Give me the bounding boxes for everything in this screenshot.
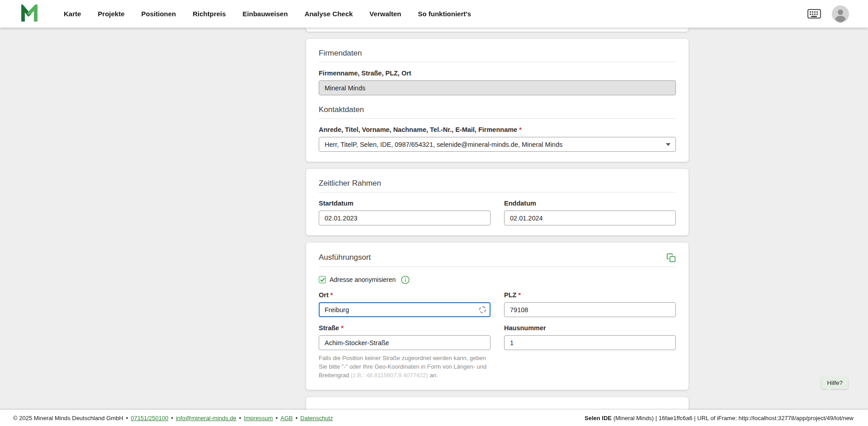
divider: [319, 118, 676, 119]
top-navbar: Karte Projekte Positionen Richtpreis Ein…: [0, 0, 868, 28]
address-hint-example: (z.B.: 48.8115607,9.4077422): [351, 372, 428, 379]
card-partial-top: [306, 28, 689, 32]
kontaktdaten-title: Kontaktdaten: [319, 105, 676, 114]
zeitlicher-rahmen-title: Zeitlicher Rahmen: [319, 179, 676, 188]
hausnummer-field: Hausnummer: [504, 317, 676, 350]
firmendaten-card: Firmendaten Firmenname, Straße, PLZ, Ort…: [306, 39, 689, 162]
address-hint-suffix: an.: [428, 372, 438, 379]
kontakt-select-value: Herr, TitelP, Selen, IDE, 0987/654321, s…: [325, 141, 562, 148]
kontakt-label: Anrede, Titel, Vorname, Nachname, Tel.-N…: [319, 126, 676, 134]
plz-input[interactable]: [504, 302, 676, 317]
checkmark-icon: [320, 278, 325, 282]
enddatum-input[interactable]: [504, 211, 676, 225]
ort-field: Ort*: [319, 284, 491, 317]
footer-separator: •: [276, 415, 278, 421]
main-nav: Karte Projekte Positionen Richtpreis Ein…: [64, 10, 471, 18]
nav-item-projekte[interactable]: Projekte: [98, 10, 124, 18]
anonymisieren-row: Adresse anonymisieren: [319, 275, 676, 284]
footer-env-info: Selen IDE (Mineral Minds) | 16fae1ffc6a6…: [585, 415, 854, 421]
plz-label-text: PLZ: [504, 291, 516, 299]
plz-field: PLZ*: [504, 284, 676, 317]
navbar-right: [807, 5, 849, 23]
required-asterisk: *: [519, 126, 522, 133]
nav-item-einbauweisen[interactable]: Einbauweisen: [243, 10, 288, 18]
ort-input[interactable]: [319, 302, 491, 317]
divider: [319, 62, 676, 62]
ort-label-text: Ort: [319, 291, 329, 299]
strasse-input[interactable]: [319, 335, 491, 350]
keyboard-icon[interactable]: [807, 9, 821, 19]
anonymisieren-label: Adresse anonymisieren: [330, 276, 396, 283]
anonymisieren-checkbox[interactable]: [319, 276, 326, 283]
enddatum-label: Enddatum: [504, 199, 676, 207]
mineral-minds-logo-icon[interactable]: [20, 5, 39, 23]
footer-left: © 2025 Mineral Minds Deutschland GmbH • …: [13, 415, 333, 421]
strasse-label-text: Straße: [319, 324, 339, 332]
nav-item-richtpreis[interactable]: Richtpreis: [193, 10, 226, 18]
footer-link-datenschutz[interactable]: Datenschutz: [300, 415, 333, 421]
footer-separator: •: [171, 415, 173, 421]
kontakt-label-text: Anrede, Titel, Vorname, Nachname, Tel.-N…: [319, 126, 517, 133]
footer-link-email[interactable]: info@mineral-minds.de: [176, 415, 236, 421]
hausnummer-label: Hausnummer: [504, 324, 676, 332]
zeitlicher-rahmen-card: Zeitlicher Rahmen Startdatum Enddatum: [306, 169, 689, 235]
nav-item-verwalten[interactable]: Verwalten: [369, 10, 401, 18]
footer-separator: •: [126, 415, 128, 421]
copy-icon[interactable]: [666, 253, 676, 262]
nav-item-analyse-check[interactable]: Analyse Check: [305, 10, 353, 18]
ausfuehrungsort-card: Ausführungsort Adresse anonymisieren: [306, 243, 689, 390]
strasse-field: Straße*: [319, 317, 491, 350]
footer-link-phone[interactable]: 07151/250100: [131, 415, 168, 421]
hausnummer-input[interactable]: [504, 335, 676, 350]
plz-label: PLZ*: [504, 291, 676, 299]
user-avatar-icon[interactable]: [832, 5, 849, 23]
main-content: Firmendaten Firmenname, Straße, PLZ, Ort…: [306, 28, 689, 424]
help-button[interactable]: Hilfe?: [821, 377, 848, 389]
nav-item-so-funktionierts[interactable]: So funktioniert's: [418, 10, 471, 18]
nav-item-positionen[interactable]: Positionen: [142, 10, 176, 18]
help-bubble-tail: [826, 386, 832, 392]
startdatum-field: Startdatum: [319, 192, 491, 225]
kontakt-select[interactable]: Herr, TitelP, Selen, IDE, 0987/654321, s…: [319, 137, 676, 152]
required-asterisk: *: [518, 291, 521, 299]
startdatum-input[interactable]: [319, 211, 491, 225]
help-button-label: Hilfe?: [827, 379, 843, 386]
footer-link-agb[interactable]: AGB: [280, 415, 292, 421]
footer-separator: •: [296, 415, 298, 421]
loading-spinner-icon: [479, 306, 486, 313]
footer-app-name: Selen IDE: [585, 415, 612, 421]
info-icon[interactable]: [401, 276, 410, 284]
footer-separator: •: [239, 415, 241, 421]
enddatum-field: Enddatum: [504, 192, 676, 225]
divider: [319, 267, 676, 267]
footer-link-impressum[interactable]: Impressum: [244, 415, 273, 421]
nav-item-karte[interactable]: Karte: [64, 10, 81, 18]
footer-copyright: © 2025 Mineral Minds Deutschland GmbH: [13, 415, 123, 421]
startdatum-label: Startdatum: [319, 199, 491, 207]
strasse-label: Straße*: [319, 324, 491, 332]
firmendaten-title: Firmendaten: [319, 49, 676, 58]
required-asterisk: *: [330, 291, 333, 299]
firmenname-input[interactable]: [319, 80, 676, 95]
chevron-down-icon: [666, 143, 670, 146]
address-hint: Falls die Position keiner Straße zugeord…: [319, 354, 491, 380]
footer: © 2025 Mineral Minds Deutschland GmbH • …: [0, 410, 868, 426]
firmenname-label: Firmenname, Straße, PLZ, Ort: [319, 69, 676, 77]
ort-label: Ort*: [319, 291, 491, 299]
required-asterisk: *: [341, 324, 344, 332]
footer-env-details: (Mineral Minds) | 16fae1ffc6a6 | URL of …: [612, 415, 854, 421]
ausfuehrungsort-title: Ausführungsort: [319, 253, 371, 262]
